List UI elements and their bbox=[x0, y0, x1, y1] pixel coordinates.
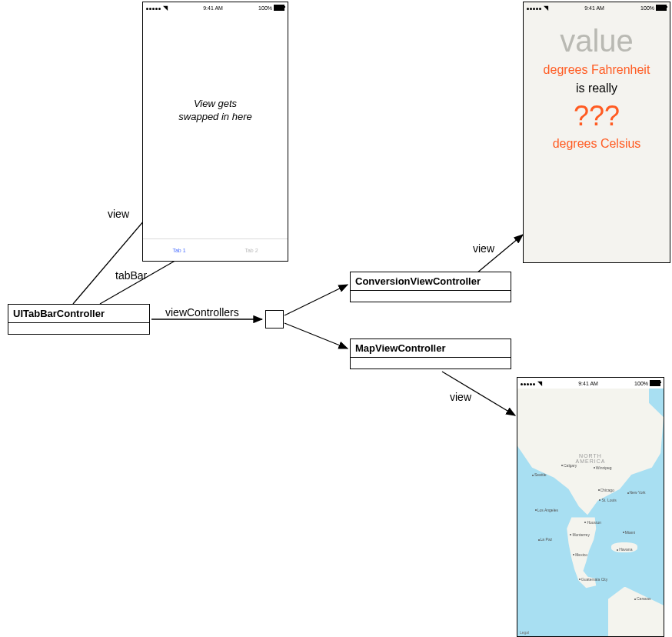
city-guatemala: Guatemala City bbox=[579, 577, 607, 582]
statusbar-battery-pct: 100% bbox=[634, 381, 648, 386]
city-mexico: Mexico bbox=[573, 552, 587, 557]
phone-tabbar: ◥ 9:41 AM 100% View gets swapped in here… bbox=[142, 2, 288, 262]
statusbar-battery-pct: 100% bbox=[640, 5, 654, 11]
tabbar: Tab 1 Tab 2 bbox=[143, 238, 288, 261]
city-caracas: Caracas bbox=[634, 596, 651, 601]
swap-in-text: View gets swapped in here bbox=[143, 13, 288, 238]
box-uitabbarcontroller: UITabBarController bbox=[8, 304, 150, 335]
phone-conversion: ◥ 9:41 AM 100% value degrees Fahrenheit … bbox=[523, 2, 670, 263]
city-losangeles: Los Angeles bbox=[535, 508, 558, 512]
arrow-label-view-2: view bbox=[473, 242, 494, 255]
box-body-conversion-vc bbox=[351, 291, 511, 302]
statusbar-battery-pct: 100% bbox=[258, 5, 272, 11]
city-monterrey: Monterrey bbox=[570, 532, 590, 537]
statusbar-map-phone: ◥ 9:41 AM 100% bbox=[517, 378, 664, 389]
diagram-canvas: view tabBar viewControllers view view UI… bbox=[0, 0, 672, 637]
array-node bbox=[265, 310, 284, 329]
conversion-result-placeholder: ??? bbox=[574, 100, 620, 132]
conversion-value-placeholder[interactable]: value bbox=[560, 24, 634, 58]
box-body-map-vc bbox=[351, 358, 511, 369]
statusbar-time: 9:41 AM bbox=[203, 5, 223, 11]
box-conversion-vc: ConversionViewController bbox=[350, 272, 511, 302]
phone-body-conversion: value degrees Fahrenheit is really ??? d… bbox=[524, 13, 670, 262]
statusbar-time: 9:41 AM bbox=[578, 381, 598, 386]
wifi-icon: ◥ bbox=[544, 5, 548, 12]
city-seattle: Seattle bbox=[532, 472, 547, 477]
city-calgary: Calgary bbox=[561, 463, 577, 468]
conversion-fahrenheit-label: degrees Fahrenheit bbox=[544, 63, 650, 77]
battery-icon bbox=[656, 5, 667, 11]
conversion-celsius-label: degrees Celsius bbox=[553, 137, 641, 151]
svg-line-4 bbox=[284, 285, 348, 315]
statusbar-tabbar-phone: ◥ 9:41 AM 100% bbox=[143, 2, 288, 13]
city-lapaz: La Paz bbox=[538, 537, 553, 542]
city-stlouis: St. Louis bbox=[599, 498, 616, 502]
signal-dots-icon bbox=[146, 5, 161, 11]
tab-2[interactable]: Tab 2 bbox=[215, 239, 288, 261]
statusbar-conversion-phone: ◥ 9:41 AM 100% bbox=[524, 2, 670, 13]
wifi-icon: ◥ bbox=[537, 380, 542, 387]
arrow-label-view-3: view bbox=[450, 391, 471, 403]
phone-map: ◥ 9:41 AM 100% NORTH AMERICA Seattle Cal… bbox=[517, 377, 664, 637]
box-map-vc: MapViewController bbox=[350, 339, 511, 369]
city-chicago: Chicago bbox=[598, 488, 614, 492]
arrow-label-tabbar: tabBar bbox=[115, 269, 147, 282]
phone-body-map[interactable]: NORTH AMERICA Seattle Calgary Winnipeg C… bbox=[517, 389, 664, 636]
city-newyork: New York bbox=[627, 490, 646, 495]
map-label-continent: NORTH AMERICA bbox=[576, 453, 606, 464]
box-body-uitabbarcontroller bbox=[8, 323, 149, 334]
arrow-label-viewcontrollers: viewControllers bbox=[165, 306, 239, 318]
battery-icon bbox=[650, 380, 660, 386]
box-title-map-vc: MapViewController bbox=[351, 339, 511, 358]
tab-1[interactable]: Tab 1 bbox=[143, 239, 215, 261]
city-houston: Houston bbox=[584, 520, 601, 525]
city-havana: Havana bbox=[617, 547, 632, 552]
phone-body-tabbar: View gets swapped in here Tab 1 Tab 2 bbox=[143, 13, 288, 261]
signal-dots-icon bbox=[521, 381, 536, 386]
box-title-uitabbarcontroller: UITabBarController bbox=[8, 305, 149, 323]
signal-dots-icon bbox=[527, 5, 542, 11]
city-winnipeg: Winnipeg bbox=[594, 465, 612, 470]
battery-icon bbox=[274, 5, 284, 11]
arrow-label-view-1: view bbox=[108, 208, 129, 220]
city-miami: Miami bbox=[623, 530, 635, 535]
svg-line-5 bbox=[284, 323, 348, 349]
box-title-conversion-vc: ConversionViewController bbox=[351, 272, 511, 291]
wifi-icon: ◥ bbox=[163, 5, 168, 12]
statusbar-time: 9:41 AM bbox=[584, 5, 604, 11]
conversion-is-really-label: is really bbox=[576, 82, 617, 95]
map-legal-link[interactable]: Legal bbox=[520, 630, 529, 635]
